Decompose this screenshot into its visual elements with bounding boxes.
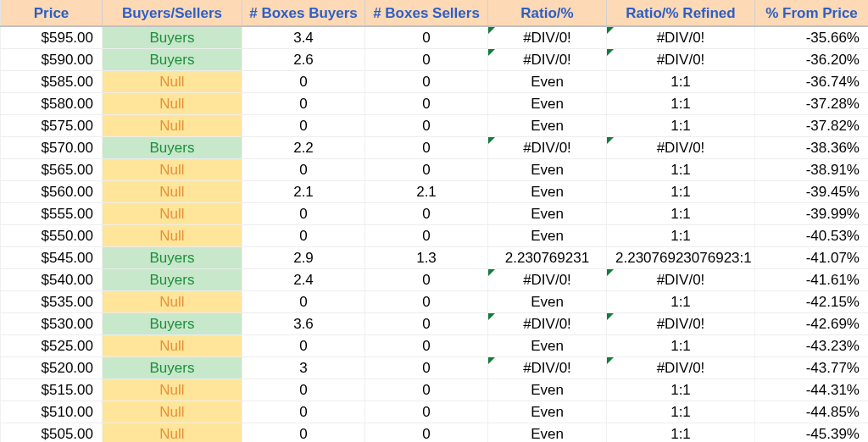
cell-ratio-refined[interactable]: 1:1 — [607, 401, 755, 423]
cell-from-price[interactable]: -35.66% — [755, 26, 869, 49]
table-row[interactable]: $580.00Null00Even1:1-37.28% — [1, 93, 869, 115]
cell-ratio-refined[interactable]: 1:1 — [607, 379, 755, 401]
cell-ratio[interactable]: #DIV/0! — [488, 49, 607, 71]
cell-boxes-sellers[interactable]: 0 — [365, 423, 488, 443]
cell-price[interactable]: $530.00 — [1, 313, 103, 335]
cell-price[interactable]: $550.00 — [1, 225, 103, 247]
cell-ratio[interactable]: #DIV/0! — [488, 269, 607, 291]
cell-boxes-buyers[interactable]: 0 — [242, 401, 365, 423]
cell-ratio[interactable]: Even — [488, 203, 607, 225]
cell-boxes-buyers[interactable]: 0 — [242, 291, 365, 313]
cell-boxes-sellers[interactable]: 0 — [365, 291, 488, 313]
cell-from-price[interactable]: -37.28% — [755, 93, 869, 115]
col-header-ratio-refined[interactable]: Ratio/% Refined — [607, 0, 755, 26]
cell-ratio-refined[interactable]: 1:1 — [607, 335, 755, 357]
cell-from-price[interactable]: -40.53% — [755, 225, 869, 247]
cell-price[interactable]: $585.00 — [1, 71, 103, 93]
table-row[interactable]: $560.00Null2.12.1Even1:1-39.45% — [1, 181, 869, 203]
cell-buyers-sellers[interactable]: Null — [103, 115, 242, 137]
cell-buyers-sellers[interactable]: Buyers — [103, 247, 242, 269]
cell-buyers-sellers[interactable]: Buyers — [103, 269, 242, 291]
table-row[interactable]: $530.00Buyers3.60#DIV/0!#DIV/0!-42.69% — [1, 313, 869, 335]
cell-boxes-buyers[interactable]: 0 — [242, 159, 365, 181]
cell-ratio-refined[interactable]: 1:1 — [607, 203, 755, 225]
cell-ratio-refined[interactable]: 1:1 — [607, 181, 755, 203]
table-row[interactable]: $505.00Null00Even1:1-45.39% — [1, 423, 869, 443]
cell-boxes-buyers[interactable]: 0 — [242, 379, 365, 401]
cell-boxes-buyers[interactable]: 0 — [242, 335, 365, 357]
cell-price[interactable]: $515.00 — [1, 379, 103, 401]
table-row[interactable]: $535.00Null00Even1:1-42.15% — [1, 291, 869, 313]
cell-buyers-sellers[interactable]: Null — [103, 159, 242, 181]
cell-price[interactable]: $580.00 — [1, 93, 103, 115]
cell-price[interactable]: $565.00 — [1, 159, 103, 181]
col-header-boxes-sellers[interactable]: # Boxes Sellers — [365, 0, 488, 26]
cell-boxes-sellers[interactable]: 0 — [365, 71, 488, 93]
cell-ratio[interactable]: Even — [488, 93, 607, 115]
cell-buyers-sellers[interactable]: Null — [103, 93, 242, 115]
cell-boxes-sellers[interactable]: 0 — [365, 313, 488, 335]
cell-boxes-buyers[interactable]: 3 — [242, 357, 365, 379]
cell-boxes-buyers[interactable]: 0 — [242, 93, 365, 115]
cell-from-price[interactable]: -45.39% — [755, 423, 869, 443]
cell-boxes-sellers[interactable]: 0 — [365, 49, 488, 71]
cell-buyers-sellers[interactable]: Null — [103, 203, 242, 225]
table-row[interactable]: $595.00Buyers3.40#DIV/0!#DIV/0!-35.66% — [1, 26, 869, 49]
cell-price[interactable]: $560.00 — [1, 181, 103, 203]
cell-ratio[interactable]: Even — [488, 115, 607, 137]
cell-ratio-refined[interactable]: 1:1 — [607, 159, 755, 181]
cell-from-price[interactable]: -44.85% — [755, 401, 869, 423]
cell-ratio[interactable]: Even — [488, 291, 607, 313]
cell-boxes-buyers[interactable]: 0 — [242, 225, 365, 247]
cell-ratio-refined[interactable]: #DIV/0! — [607, 357, 755, 379]
cell-price[interactable]: $535.00 — [1, 291, 103, 313]
cell-buyers-sellers[interactable]: Null — [103, 423, 242, 443]
cell-from-price[interactable]: -42.15% — [755, 291, 869, 313]
cell-ratio[interactable]: Even — [488, 159, 607, 181]
cell-price[interactable]: $545.00 — [1, 247, 103, 269]
cell-price[interactable]: $575.00 — [1, 115, 103, 137]
cell-boxes-buyers[interactable]: 2.6 — [242, 49, 365, 71]
cell-buyers-sellers[interactable]: Null — [103, 181, 242, 203]
table-row[interactable]: $520.00Buyers30#DIV/0!#DIV/0!-43.77% — [1, 357, 869, 379]
cell-from-price[interactable]: -43.23% — [755, 335, 869, 357]
cell-ratio[interactable]: Even — [488, 401, 607, 423]
cell-buyers-sellers[interactable]: Null — [103, 379, 242, 401]
cell-boxes-sellers[interactable]: 2.1 — [365, 181, 488, 203]
col-header-from-price[interactable]: % From Price — [755, 0, 869, 26]
col-header-boxes-buyers[interactable]: # Boxes Buyers — [242, 0, 365, 26]
cell-ratio-refined[interactable]: #DIV/0! — [607, 269, 755, 291]
cell-buyers-sellers[interactable]: Buyers — [103, 49, 242, 71]
cell-from-price[interactable]: -42.69% — [755, 313, 869, 335]
table-row[interactable]: $565.00Null00Even1:1-38.91% — [1, 159, 869, 181]
cell-ratio[interactable]: #DIV/0! — [488, 357, 607, 379]
table-row[interactable]: $575.00Null00Even1:1-37.82% — [1, 115, 869, 137]
cell-from-price[interactable]: -41.61% — [755, 269, 869, 291]
table-row[interactable]: $525.00Null00Even1:1-43.23% — [1, 335, 869, 357]
cell-buyers-sellers[interactable]: Null — [103, 401, 242, 423]
cell-ratio[interactable]: #DIV/0! — [488, 313, 607, 335]
cell-ratio[interactable]: Even — [488, 181, 607, 203]
spreadsheet-table[interactable]: Price Buyers/Sellers # Boxes Buyers # Bo… — [0, 0, 868, 442]
cell-ratio[interactable]: Even — [488, 71, 607, 93]
cell-ratio-refined[interactable]: 1:1 — [607, 291, 755, 313]
cell-boxes-sellers[interactable]: 0 — [365, 26, 488, 49]
cell-from-price[interactable]: -41.07% — [755, 247, 869, 269]
cell-buyers-sellers[interactable]: Buyers — [103, 26, 242, 49]
cell-boxes-sellers[interactable]: 1.3 — [365, 247, 488, 269]
table-row[interactable]: $550.00Null00Even1:1-40.53% — [1, 225, 869, 247]
cell-buyers-sellers[interactable]: Buyers — [103, 313, 242, 335]
cell-from-price[interactable]: -36.20% — [755, 49, 869, 71]
cell-from-price[interactable]: -36.74% — [755, 71, 869, 93]
cell-buyers-sellers[interactable]: Null — [103, 335, 242, 357]
cell-price[interactable]: $595.00 — [1, 26, 103, 49]
cell-price[interactable]: $570.00 — [1, 137, 103, 159]
cell-buyers-sellers[interactable]: Null — [103, 291, 242, 313]
cell-price[interactable]: $540.00 — [1, 269, 103, 291]
cell-boxes-sellers[interactable]: 0 — [365, 93, 488, 115]
cell-ratio[interactable]: #DIV/0! — [488, 26, 607, 49]
cell-ratio[interactable]: Even — [488, 379, 607, 401]
col-header-buyers-sellers[interactable]: Buyers/Sellers — [103, 0, 242, 26]
cell-ratio[interactable]: Even — [488, 335, 607, 357]
cell-boxes-buyers[interactable]: 0 — [242, 423, 365, 443]
